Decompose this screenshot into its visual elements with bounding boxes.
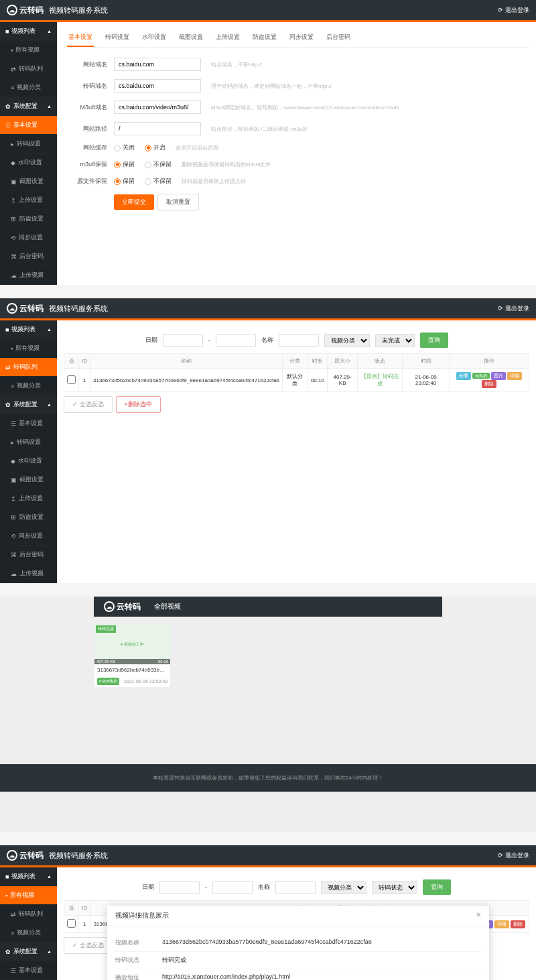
sidebar-item-watermark[interactable]: ◆ 水印设置 [0, 154, 57, 172]
filter-bar: 日期 - 名称 视频分类 未完成 查询 [64, 327, 529, 353]
sidebar-item-queue[interactable]: ⇄ 转码队列 [0, 60, 57, 78]
category-select[interactable]: 视频分类 [324, 334, 370, 347]
tab-watermark[interactable]: 水印设置 [141, 29, 168, 47]
sidebar-item-password[interactable]: ⌘ 后台密码 [0, 247, 57, 266]
tab-upload[interactable]: 上传设置 [214, 29, 241, 47]
logo: ☁云转码 [7, 5, 44, 16]
panel-frontend: ☁云转码 全部视频 转码完成 ● 视频加工中 407.29 KB00:10 31… [0, 597, 536, 832]
header: ☁云转码 视频转码服务系统 ⟳ 退出登录 [0, 0, 536, 20]
sidebar-item-queue-active[interactable]: ⇄ 转码队列 [0, 358, 57, 377]
name-input[interactable] [279, 334, 319, 347]
radio-m3u8-keep[interactable]: 保留 [114, 160, 135, 169]
video-table: 选ID名称分类时长原大小状态时间操作 1 3136673d562bcb74d93… [64, 353, 529, 392]
radio-cache-off[interactable]: 关闭 [114, 143, 135, 152]
sidebar-item-upload-video[interactable]: ☁ 上传视频 [0, 266, 57, 285]
select-all-button[interactable]: ✓ 全选反选 [64, 396, 113, 413]
query-button[interactable]: 查询 [420, 332, 448, 348]
panel-queue: ☁云转码视频转码服务系统 ⟳ 退出登录 ■ 视频列表▲ ▪ 所有视频 ⇄ 转码队… [0, 298, 536, 583]
tab-sync[interactable]: 同步设置 [288, 29, 315, 47]
m3u8-tag[interactable]: m3u8地址 [97, 678, 119, 685]
sidebar-item-all-videos[interactable]: ▪ 所有视频 [0, 41, 57, 60]
submit-button[interactable]: 立即提交 [114, 194, 154, 210]
video-thumbnail: 转码完成 ● 视频加工中 407.29 KB00:10 [94, 624, 170, 664]
label-m3u8-domain: M3u8域名 [70, 103, 107, 112]
sidebar-group-config[interactable]: ✿ 系统配置▲ [0, 97, 57, 116]
date-from[interactable] [163, 334, 203, 347]
table-row: 1 3136673d562bcb74d933ba577b0e6df9_8eee1… [64, 369, 529, 392]
status-select[interactable]: 未完成 [375, 334, 415, 347]
label-trans-domain: 转码域名 [70, 82, 107, 90]
settings-form: 网站域名站点域名，不带http:// 转码域名用于转码的域名，绑定到网站域名一起… [64, 48, 529, 229]
op-img[interactable]: 图片 [491, 372, 506, 380]
radio-m3u8-nokeep[interactable]: 不保留 [145, 160, 172, 169]
sidebar-item-sync[interactable]: ⟲ 同步设置 [0, 229, 57, 247]
label-path: 网站路径 [70, 125, 107, 133]
op-delete[interactable]: 删除 [482, 380, 496, 388]
radio-cache-on[interactable]: 开启 [145, 143, 165, 152]
sidebar-item-upload[interactable]: ↥ 上传设置 [0, 191, 57, 210]
sidebar-item-transcode[interactable]: ▸ 转码设置 [0, 135, 57, 154]
modal-title: 视频详细信息展示 [115, 911, 169, 920]
sidebar-item-basic[interactable]: ☰ 基本设置 [0, 116, 57, 135]
op-m3u8[interactable]: m3u8 [472, 373, 490, 379]
thumb-status-badge: 转码完成 [96, 625, 116, 633]
sidebar: ■ 视频列表▲ ▪ 所有视频 ⇄ 转码队列 ≡ 视频分类 ✿ 系统配置▲ ☰ 基… [0, 22, 57, 285]
nav-all-videos[interactable]: 全部视频 [154, 602, 181, 611]
input-trans-domain[interactable] [114, 79, 201, 93]
radio-src-nokeep[interactable]: 不保留 [145, 177, 172, 186]
video-card[interactable]: 转码完成 ● 视频加工中 407.29 KB00:10 3136673d562b… [94, 623, 171, 688]
tab-basic[interactable]: 基本设置 [67, 29, 94, 47]
delete-selected-button[interactable]: ×删除选中 [116, 396, 161, 413]
tab-antitheft[interactable]: 防盗设置 [251, 29, 278, 47]
sidebar-item-antitheft[interactable]: ⛨ 防盗设置 [0, 210, 57, 229]
logout-link-2[interactable]: ⟳ 退出登录 [498, 304, 529, 313]
sidebar-item-all-active[interactable]: ▪ 所有视频 [0, 886, 57, 905]
panel-settings: ☁云转码 视频转码服务系统 ⟳ 退出登录 ■ 视频列表▲ ▪ 所有视频 ⇄ 转码… [0, 0, 536, 285]
date-to[interactable] [216, 334, 256, 347]
tabs: 基本设置 转码设置 水印设置 截图设置 上传设置 防盗设置 同步设置 后台密码 [64, 29, 529, 48]
tab-transcode[interactable]: 转码设置 [104, 29, 131, 47]
op-detail[interactable]: 详情 [507, 372, 522, 380]
tab-screenshot[interactable]: 截图设置 [178, 29, 204, 47]
reset-button[interactable]: 取消重置 [157, 194, 199, 210]
hint-domain: 站点域名，不带http:// [211, 61, 262, 68]
radio-src-keep[interactable]: 保留 [114, 177, 135, 186]
detail-modal: 视频详细信息展示 ✕ 视频名称3136673d562bcb74d933ba577… [107, 906, 489, 980]
card-title: 3136673d562bcb74d933ba5... [94, 664, 170, 676]
panel-detail: ☁云转码视频转码服务系统 ⟳ 退出登录 ■ 视频列表▲ ▪ 所有视频 ⇄ 转码队… [0, 845, 536, 980]
frontend-header: ☁云转码 全部视频 [94, 597, 442, 617]
status-cell: 【原画】转码完成 [358, 369, 403, 392]
input-m3u8-domain[interactable] [114, 101, 201, 114]
logout-link[interactable]: ⟳ 退出登录 [498, 6, 529, 15]
app-title: 视频转码服务系统 [49, 5, 108, 15]
input-domain[interactable] [114, 58, 201, 71]
cloud-icon: ☁ [7, 5, 17, 15]
input-path[interactable] [114, 122, 201, 135]
video-name: 3136673d562bcb74d933ba577b0e6df9_8eee1ad… [90, 369, 283, 392]
ops-cell: 分享 m3u8 图片 详情 删除 [450, 369, 529, 392]
footer-text: 本站资源均来自互联网或会员发布，如果侵犯了您的权益请与我们联系，我们将在24小时… [0, 764, 536, 792]
modal-close-icon[interactable]: ✕ [476, 911, 481, 920]
row-checkbox[interactable] [67, 375, 76, 384]
tab-password[interactable]: 后台密码 [325, 29, 352, 47]
op-share[interactable]: 分享 [456, 372, 471, 380]
card-date: 2021-06-09 23:02:40 [124, 679, 168, 684]
sidebar-item-screenshot[interactable]: ▣ 截图设置 [0, 172, 57, 191]
sidebar-group-video[interactable]: ■ 视频列表▲ [0, 22, 57, 41]
label-domain: 网站域名 [70, 60, 107, 69]
sidebar-item-category[interactable]: ≡ 视频分类 [0, 78, 57, 97]
